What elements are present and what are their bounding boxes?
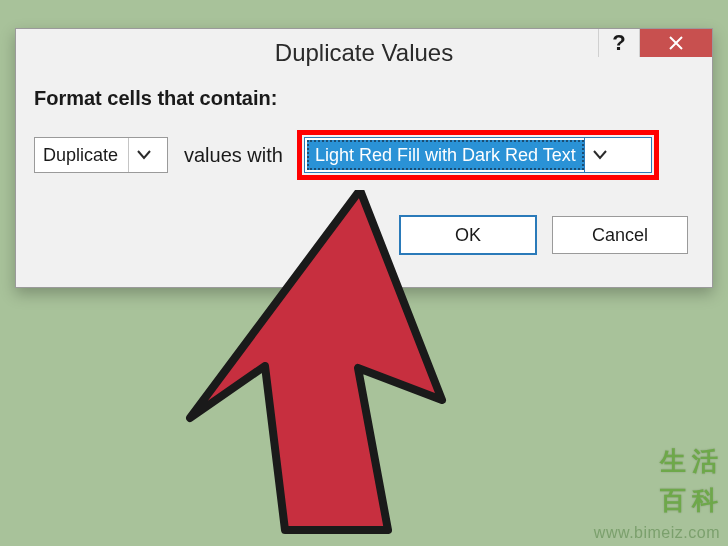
ok-button[interactable]: OK xyxy=(400,216,536,254)
section-label: Format cells that contain: xyxy=(34,87,694,110)
format-style-dropdown-value: Light Red Fill with Dark Red Text xyxy=(307,140,584,170)
dialog-body: Format cells that contain: Duplicate val… xyxy=(16,77,712,254)
format-style-highlight: Light Red Fill with Dark Red Text xyxy=(297,130,659,180)
format-style-dropdown-arrow[interactable] xyxy=(584,138,615,172)
cancel-button-label: Cancel xyxy=(592,225,648,246)
condition-dropdown-value: Duplicate xyxy=(35,145,128,166)
watermark-char: 生 xyxy=(660,444,686,479)
button-row: OK Cancel xyxy=(34,216,694,254)
watermark-char: 活 xyxy=(692,444,718,479)
condition-dropdown[interactable]: Duplicate xyxy=(34,137,168,173)
chevron-down-icon xyxy=(137,150,151,160)
stage: Duplicate Values ? Format cells that con… xyxy=(0,0,728,546)
format-style-dropdown[interactable]: Light Red Fill with Dark Red Text xyxy=(304,137,652,173)
watermark-char: 科 xyxy=(692,483,718,518)
watermark-cjk: 生 活 百 科 xyxy=(660,444,718,518)
ok-button-label: OK xyxy=(455,225,481,246)
condition-dropdown-arrow[interactable] xyxy=(128,138,159,172)
condition-row: Duplicate values with Light Red Fill wit… xyxy=(34,130,694,180)
values-with-label: values with xyxy=(184,144,283,167)
watermark-url: www.bimeiz.com xyxy=(594,524,720,542)
titlebar: Duplicate Values ? xyxy=(16,29,712,77)
dialog-title: Duplicate Values xyxy=(16,39,712,67)
cancel-button[interactable]: Cancel xyxy=(552,216,688,254)
chevron-down-icon xyxy=(593,150,607,160)
watermark-char: 百 xyxy=(660,483,686,518)
duplicate-values-dialog: Duplicate Values ? Format cells that con… xyxy=(15,28,713,288)
